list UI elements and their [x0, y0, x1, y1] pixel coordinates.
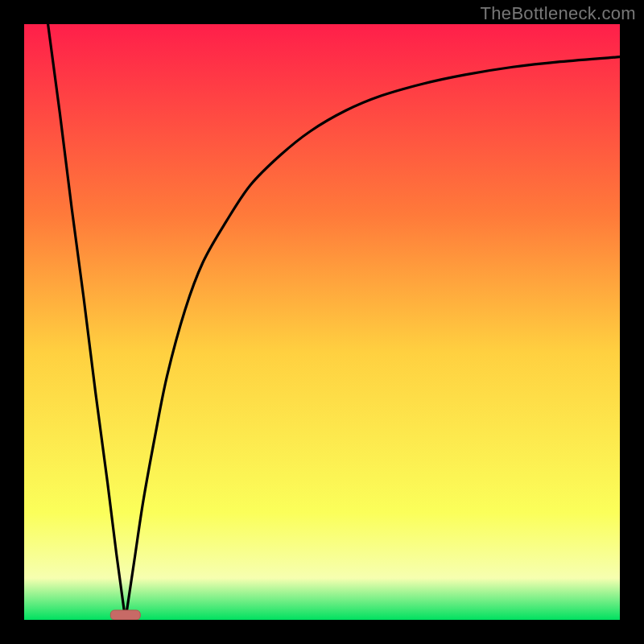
watermark-text: TheBottleneck.com [481, 3, 636, 24]
bottleneck-marker [110, 610, 140, 620]
chart-frame: TheBottleneck.com [0, 0, 644, 644]
chart-svg [24, 24, 620, 620]
plot-area [24, 24, 620, 620]
